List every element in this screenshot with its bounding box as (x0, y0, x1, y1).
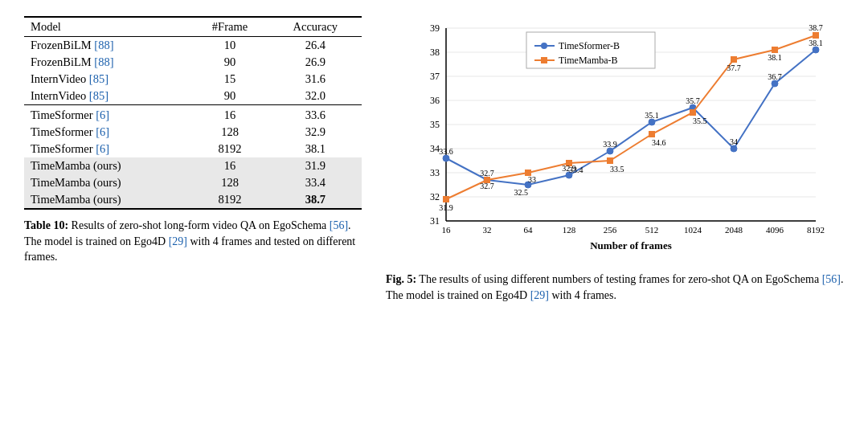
svg-text:512: 512 (645, 225, 659, 235)
svg-text:31: 31 (430, 215, 440, 227)
cell-frame: 10 (190, 37, 268, 55)
table-row: TimeSformer [6]12832.9 (24, 124, 362, 141)
svg-point-31 (443, 155, 449, 161)
svg-text:37: 37 (430, 71, 440, 82)
cell-ref: [88] (94, 55, 113, 68)
svg-text:Number of frames: Number of frames (590, 239, 672, 251)
svg-text:32.5: 32.5 (514, 188, 529, 197)
table-label: Table 10: (24, 219, 68, 231)
svg-text:38.7: 38.7 (809, 23, 823, 32)
table-row: FrozenBiLM [88]1026.4 (24, 37, 362, 55)
cell-ref: [85] (89, 89, 108, 102)
table-row: TimeMamba (ours)12833.4 (24, 174, 362, 191)
svg-rect-47 (690, 109, 696, 116)
svg-text:35.7: 35.7 (686, 96, 700, 105)
svg-text:128: 128 (563, 225, 576, 235)
cell-frame: 16 (190, 105, 268, 125)
svg-text:34.6: 34.6 (652, 138, 666, 147)
cell-model: TimeSformer [6] (24, 105, 190, 125)
cell-accuracy: 38.1 (269, 141, 362, 157)
cell-accuracy: 32.9 (269, 124, 362, 141)
col-model: Model (24, 17, 190, 37)
left-panel: Model #Frame Accuracy FrozenBiLM [88]102… (24, 16, 362, 303)
svg-text:37.7: 37.7 (727, 63, 741, 72)
svg-rect-48 (731, 56, 737, 63)
cell-accuracy: 33.6 (269, 105, 362, 125)
main-layout: Model #Frame Accuracy FrozenBiLM [88]102… (24, 16, 844, 303)
svg-text:33: 33 (430, 167, 440, 178)
svg-point-40 (813, 47, 819, 53)
cell-accuracy: 26.9 (269, 54, 362, 71)
line-chart: 39 38 37 36 35 34 33 32 31 16 32 64 128 … (386, 16, 844, 265)
svg-text:33: 33 (528, 175, 536, 184)
svg-rect-41 (443, 196, 449, 202)
cell-ref: [6] (96, 142, 109, 155)
svg-rect-45 (607, 157, 613, 164)
cell-model: InternVideo [85] (24, 71, 190, 88)
cell-accuracy: 31.9 (269, 157, 362, 174)
cell-accuracy: 26.4 (269, 37, 362, 55)
cell-frame: 90 (190, 54, 268, 71)
timesformer-line (446, 50, 816, 185)
fig-ref2: [29] (530, 289, 549, 301)
svg-text:34: 34 (730, 137, 738, 146)
cell-model: InternVideo [85] (24, 88, 190, 105)
svg-rect-50 (813, 32, 819, 39)
svg-rect-76 (541, 57, 547, 63)
cell-accuracy: 32.0 (269, 88, 362, 105)
svg-text:64: 64 (524, 225, 534, 235)
cell-model: FrozenBiLM [88] (24, 37, 190, 55)
results-table: Model #Frame Accuracy FrozenBiLM [88]102… (24, 16, 362, 210)
table-row: InternVideo [85]9032.0 (24, 88, 362, 105)
cell-frame: 128 (190, 174, 268, 191)
svg-text:TimeSformer-B: TimeSformer-B (559, 40, 620, 51)
cell-accuracy: 33.4 (269, 174, 362, 191)
svg-text:8192: 8192 (807, 225, 825, 235)
cell-frame: 8192 (190, 191, 268, 209)
fig-label: Fig. 5: (386, 273, 416, 285)
svg-text:TimeMamba-B: TimeMamba-B (559, 55, 618, 66)
svg-point-73 (541, 43, 547, 49)
col-accuracy: Accuracy (269, 17, 362, 37)
svg-text:2048: 2048 (725, 225, 743, 235)
chart-area: 39 38 37 36 35 34 33 32 31 16 32 64 128 … (386, 16, 844, 268)
svg-text:31.9: 31.9 (439, 203, 453, 212)
table-caption: Table 10: Results of zero-shot long-form… (24, 218, 362, 265)
cell-ref: [6] (96, 125, 109, 138)
svg-text:38: 38 (430, 47, 440, 58)
svg-text:34: 34 (430, 143, 440, 154)
fig-ref1: [56] (822, 273, 841, 285)
right-panel: 39 38 37 36 35 34 33 32 31 16 32 64 128 … (386, 16, 844, 303)
cell-frame: 90 (190, 88, 268, 105)
svg-rect-46 (649, 131, 655, 137)
svg-point-35 (607, 148, 613, 154)
cell-model: TimeMamba (ours) (24, 174, 190, 191)
table-row: TimeMamba (ours)1631.9 (24, 157, 362, 174)
col-frame: #Frame (190, 17, 268, 37)
cell-frame: 16 (190, 157, 268, 174)
table-ref2: [29] (169, 235, 187, 247)
table-row: TimeSformer [6]819238.1 (24, 141, 362, 157)
cell-ref: [88] (94, 39, 113, 51)
svg-text:16: 16 (442, 225, 452, 235)
svg-text:36.7: 36.7 (768, 72, 782, 81)
cell-accuracy: 31.6 (269, 71, 362, 88)
cell-frame: 8192 (190, 141, 268, 157)
svg-point-36 (649, 119, 655, 125)
svg-text:32.7: 32.7 (480, 169, 494, 178)
fig-caption: Fig. 5: The results of using different n… (386, 272, 844, 303)
svg-text:38.1: 38.1 (768, 53, 782, 62)
fig-text3: with 4 frames. (549, 289, 616, 301)
svg-text:39: 39 (430, 22, 440, 34)
cell-model: TimeMamba (ours) (24, 157, 190, 174)
table-row: FrozenBiLM [88]9026.9 (24, 54, 362, 71)
cell-ref: [6] (96, 108, 109, 121)
table-row: TimeSformer [6]1633.6 (24, 105, 362, 125)
cell-frame: 128 (190, 124, 268, 141)
cell-model: TimeMamba (ours) (24, 191, 190, 209)
svg-text:33.4: 33.4 (569, 165, 583, 174)
svg-rect-49 (772, 47, 778, 53)
svg-text:35.5: 35.5 (693, 116, 707, 125)
svg-text:4096: 4096 (766, 225, 784, 235)
table-ref1: [56] (330, 219, 348, 231)
